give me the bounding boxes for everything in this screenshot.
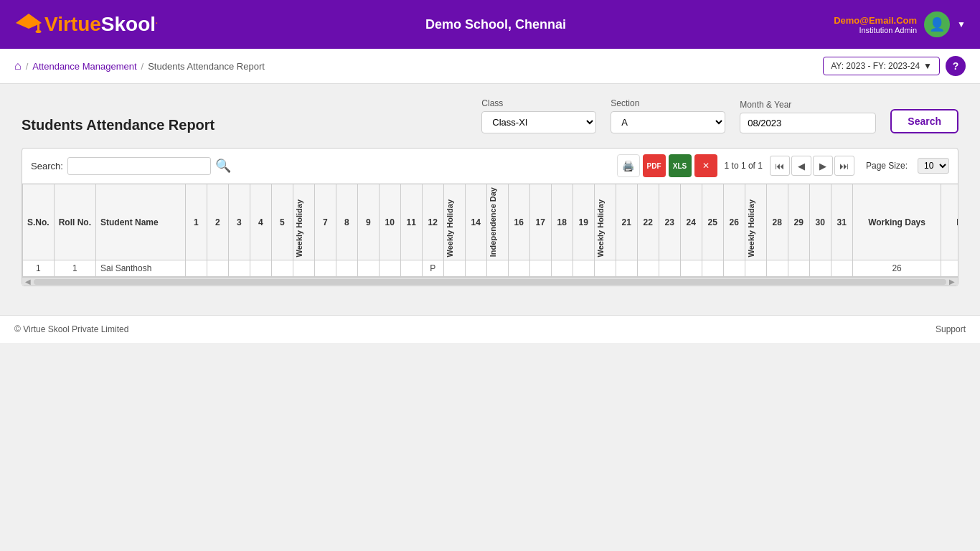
cell-d9 — [357, 260, 379, 277]
col-header-d30: 30 — [809, 184, 831, 260]
cell-name: Sai Santhosh — [96, 260, 186, 277]
table-search-icon-button[interactable]: 🔍 — [215, 158, 231, 174]
cell-d31 — [831, 260, 852, 277]
fy-dropdown-arrow: ▼ — [923, 61, 932, 71]
search-magnifier-icon: 🔍 — [215, 159, 231, 173]
section-label: Section — [611, 98, 725, 108]
breadcrumb-sep2: / — [141, 61, 144, 72]
home-icon[interactable]: ⌂ — [14, 60, 22, 72]
cell-d6 — [293, 260, 314, 277]
toolbar-right: 🖨️ PDF XLS ✕ 1 to 1 of 1 ⏮ ◀ ▶ ⏭ Page Si… — [617, 154, 949, 177]
col-header-d11: 11 — [400, 184, 422, 260]
month-year-input[interactable] — [740, 113, 876, 133]
col-header-d12: 12 — [422, 184, 443, 260]
table-row: 1 1 Sai Santhosh P — [23, 260, 958, 277]
cell-d15 — [486, 260, 508, 277]
scroll-left-arrow[interactable]: ◀ — [25, 278, 31, 286]
col-header-d10: 10 — [379, 184, 400, 260]
section-select[interactable]: A B C — [611, 111, 725, 133]
breadcrumb-link-attendance[interactable]: Attendance Management — [32, 61, 136, 72]
table-scroll-area[interactable]: S.No. Roll No. Student Name 1 2 3 4 5 We… — [22, 184, 958, 277]
col-header-d17: 17 — [529, 184, 551, 260]
cell-d23 — [659, 260, 680, 277]
export-buttons: 🖨️ PDF XLS ✕ — [617, 154, 717, 177]
table-search-input[interactable] — [67, 157, 211, 175]
class-filter-group: Class Class-IX Class-X Class-XI Class-XI… — [481, 98, 596, 133]
col-header-d3: 3 — [228, 184, 250, 260]
col-header-d25: 25 — [702, 184, 723, 260]
help-button[interactable]: ? — [946, 56, 966, 76]
page-size-select[interactable]: 5 10 25 50 — [918, 158, 949, 174]
cell-working: 26 — [852, 260, 941, 277]
col-header-d2: 2 — [207, 184, 228, 260]
pdf-export-button[interactable]: PDF — [643, 154, 666, 177]
cell-d18 — [551, 260, 573, 277]
prev-page-button[interactable]: ◀ — [791, 156, 811, 176]
copyright-text: © Virtue Skool Private Limited — [14, 324, 128, 334]
col-header-d27: Weekly Holiday — [745, 184, 766, 260]
col-header-d1: 1 — [185, 184, 207, 260]
breadcrumb-current: Students Attendance Report — [148, 61, 265, 72]
table-toolbar: Search: 🔍 🖨️ PDF XLS ✕ 1 to 1 of 1 ⏮ ◀ ▶ — [22, 149, 958, 184]
cell-d8 — [336, 260, 357, 277]
col-header-roll: Roll No. — [54, 184, 95, 260]
cell-d12: P — [422, 260, 443, 277]
col-header-d8: 8 — [336, 184, 357, 260]
attendance-table: S.No. Roll No. Student Name 1 2 3 4 5 We… — [22, 184, 958, 277]
user-email-block: Demo@Email.Com Institution Admin — [834, 15, 917, 34]
col-header-d14: 14 — [465, 184, 486, 260]
avatar[interactable]: 👤 — [924, 11, 950, 37]
col-header-d20: Weekly Holiday — [594, 184, 616, 260]
logo: VirtueSkool. — [14, 10, 158, 39]
col-header-d6: Weekly Holiday — [293, 184, 314, 260]
class-label: Class — [481, 98, 596, 108]
horizontal-scrollbar[interactable]: ◀ ▶ — [22, 277, 958, 286]
print-button[interactable]: 🖨️ — [617, 154, 640, 177]
col-header-d22: 22 — [637, 184, 659, 260]
next-page-button[interactable]: ▶ — [813, 156, 833, 176]
cell-d25 — [702, 260, 723, 277]
fy-selector[interactable]: AY: 2023 - FY: 2023-24 ▼ — [823, 57, 940, 75]
search-button[interactable]: Search — [890, 109, 958, 133]
logo-virtue-text: Virtue — [44, 13, 101, 35]
breadcrumb: ⌂ / Attendance Management / Students Att… — [14, 60, 265, 72]
col-header-d21: 21 — [616, 184, 637, 260]
cell-d5 — [271, 260, 293, 277]
cell-present — [941, 260, 958, 277]
col-header-d24: 24 — [680, 184, 702, 260]
excel-add-button[interactable]: ✕ — [694, 154, 717, 177]
page-size-label: Page Size: — [866, 161, 908, 171]
support-link[interactable]: Support — [936, 324, 966, 334]
last-page-button[interactable]: ⏭ — [834, 156, 854, 176]
cell-d28 — [766, 260, 788, 277]
month-year-filter-group: Month & Year — [740, 100, 876, 133]
svg-point-2 — [36, 30, 42, 33]
cell-d2 — [207, 260, 228, 277]
cell-d20 — [594, 260, 616, 277]
logo-skool-text: Skool — [101, 13, 156, 35]
cell-d14 — [465, 260, 486, 277]
col-header-present: Present Days — [941, 184, 958, 260]
col-header-d19: 19 — [573, 184, 594, 260]
fy-label: AY: 2023 - FY: 2023-24 — [831, 61, 920, 71]
scroll-right-arrow[interactable]: ▶ — [949, 278, 955, 286]
table-search-box: Search: 🔍 — [31, 157, 231, 175]
table-container: Search: 🔍 🖨️ PDF XLS ✕ 1 to 1 of 1 ⏮ ◀ ▶ — [22, 148, 958, 286]
cell-d24 — [680, 260, 702, 277]
first-page-button[interactable]: ⏮ — [770, 156, 790, 176]
col-header-name: Student Name — [96, 184, 186, 260]
col-header-d31: 31 — [831, 184, 852, 260]
cell-d16 — [508, 260, 529, 277]
class-select[interactable]: Class-IX Class-X Class-XI Class-XII — [481, 111, 596, 133]
cell-d27 — [745, 260, 766, 277]
cell-d3 — [228, 260, 250, 277]
user-dropdown-arrow[interactable]: ▼ — [957, 19, 966, 29]
cell-sno: 1 — [23, 260, 55, 277]
section-filter-group: Section A B C — [611, 98, 725, 133]
app-header: VirtueSkool. Demo School, Chennai Demo@E… — [0, 0, 980, 49]
excel-export-button[interactable]: XLS — [669, 154, 692, 177]
col-header-d15: Independence Day — [486, 184, 508, 260]
user-role: Institution Admin — [834, 26, 917, 34]
cell-d11 — [400, 260, 422, 277]
user-info-area: Demo@Email.Com Institution Admin 👤 ▼ — [834, 11, 966, 37]
